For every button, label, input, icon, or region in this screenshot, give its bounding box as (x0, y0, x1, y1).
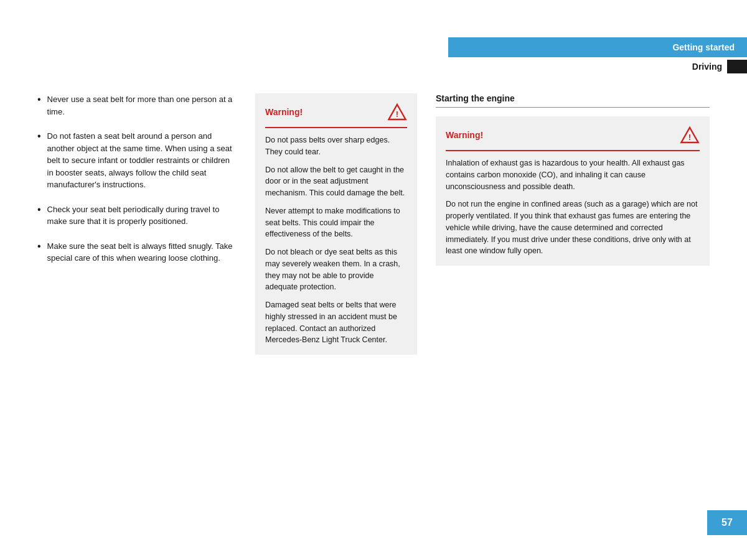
svg-text:!: ! (396, 110, 398, 119)
bullet-list: Never use a seat belt for more than one … (37, 93, 237, 264)
right-warning-box: Warning! ! Inhalation of exhaust gas is … (436, 116, 710, 266)
list-item: Never use a seat belt for more than one … (37, 93, 237, 118)
list-item: Check your seat belt periodically during… (37, 203, 237, 228)
section-divider (436, 107, 710, 108)
middle-warning-title: Warning! (265, 107, 303, 117)
driving-block (727, 60, 747, 73)
middle-warning-header: Warning! ! (265, 102, 407, 128)
middle-warning-p4: Do not bleach or dye seat belts as this … (265, 246, 407, 293)
right-column: Starting the engine Warning! ! Inhalatio… (436, 93, 710, 355)
middle-warning-p1: Do not pass belts over sharp edges. They… (265, 134, 407, 158)
getting-started-bar: Getting started (448, 37, 747, 57)
svg-text:!: ! (688, 133, 691, 142)
page-container: Getting started Driving Never use a seat… (0, 0, 747, 560)
right-warning-p2: Do not run the engine in confined areas … (446, 198, 700, 257)
page-number: 57 (721, 517, 733, 528)
middle-warning-box: Warning! ! Do not pass belts over sharp … (255, 93, 417, 355)
left-column: Never use a seat belt for more than one … (37, 93, 237, 355)
content-area: Never use a seat belt for more than one … (37, 93, 710, 355)
right-warning-title: Warning! (446, 130, 483, 140)
list-item: Make sure the seat belt is always fitted… (37, 240, 237, 264)
header-bar: Getting started Driving (398, 37, 747, 76)
getting-started-label: Getting started (672, 42, 735, 52)
driving-label: Driving (692, 62, 722, 72)
section-title: Starting the engine (436, 93, 710, 103)
right-warning-header: Warning! ! (446, 125, 700, 151)
middle-warning-p5: Damaged seat belts or belts that were hi… (265, 299, 407, 346)
driving-bar: Driving (448, 57, 747, 76)
middle-warning-p3: Never attempt to make modifications to s… (265, 205, 407, 240)
right-warning-p1: Inhalation of exhaust gas is hazardous t… (446, 157, 700, 192)
right-warning-triangle-icon: ! (680, 125, 700, 145)
right-warning-body: Inhalation of exhaust gas is hazardous t… (446, 157, 700, 257)
page-number-block: 57 (707, 510, 747, 535)
list-item: Do not fasten a seat belt around a perso… (37, 130, 237, 191)
middle-warning-body: Do not pass belts over sharp edges. They… (265, 134, 407, 346)
middle-warning-p2: Do not allow the belt to get caught in t… (265, 164, 407, 199)
middle-column: Warning! ! Do not pass belts over sharp … (255, 93, 417, 355)
warning-triangle-icon: ! (387, 102, 407, 122)
